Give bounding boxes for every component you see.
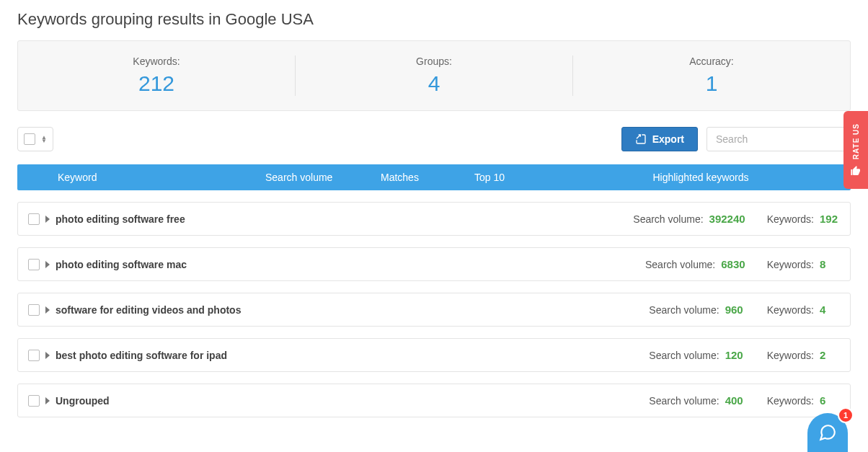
thumbs-up-icon — [850, 165, 862, 177]
expand-icon[interactable] — [45, 352, 50, 359]
group-search-volume-label: Search volume: — [649, 350, 719, 361]
group-row[interactable]: photo editing software freeSearch volume… — [17, 202, 851, 236]
group-search-volume-value: 392240 — [709, 213, 745, 225]
summary-accuracy: Accuracy: 1 — [573, 56, 850, 96]
export-icon — [635, 133, 647, 145]
chat-icon — [818, 423, 837, 442]
group-keywords-value: 6 — [820, 394, 840, 407]
group-checkbox[interactable] — [28, 395, 40, 407]
group-search-volume-label: Search volume: — [645, 259, 715, 270]
summary-keywords: Keywords: 212 — [18, 56, 296, 96]
summary-accuracy-label: Accuracy: — [573, 56, 850, 67]
expand-icon[interactable] — [45, 261, 50, 268]
group-search-volume-value: 6830 — [721, 258, 745, 270]
group-keywords-value: 4 — [820, 303, 840, 316]
group-search-volume-value: 120 — [725, 349, 745, 361]
search-input[interactable] — [707, 127, 851, 151]
group-keywords-label: Keywords: — [767, 304, 814, 316]
group-checkbox[interactable] — [28, 350, 40, 361]
rate-us-tab[interactable]: RATE US — [843, 111, 868, 189]
expand-icon[interactable] — [45, 306, 50, 314]
select-all-control[interactable]: ▲▼ — [17, 127, 53, 151]
summary-groups: Groups: 4 — [296, 56, 573, 96]
group-name: Ungrouped — [56, 395, 110, 407]
column-header-top10[interactable]: Top 10 — [474, 172, 561, 183]
group-row[interactable]: photo editing software macSearch volume:… — [17, 247, 851, 281]
table-header: Keyword Search volume Matches Top 10 Hig… — [17, 164, 851, 190]
group-name: best photo editing software for ipad — [56, 350, 227, 361]
export-button-label: Export — [652, 133, 684, 145]
group-search-volume-value: 960 — [725, 303, 745, 316]
group-keywords-value: 8 — [820, 258, 840, 270]
group-name: software for editing videos and photos — [56, 304, 241, 316]
summary-keywords-label: Keywords: — [18, 56, 295, 67]
column-header-keyword[interactable]: Keyword — [27, 172, 265, 183]
group-search-volume-label: Search volume: — [633, 213, 703, 225]
actions-row: ▲▼ Export — [17, 127, 851, 151]
summary-panel: Keywords: 212 Groups: 4 Accuracy: 1 — [17, 40, 851, 111]
column-header-highlighted[interactable]: Highlighted keywords — [561, 172, 841, 183]
summary-accuracy-value: 1 — [573, 71, 850, 96]
group-search-volume-label: Search volume: — [649, 395, 719, 407]
select-all-checkbox[interactable] — [24, 133, 35, 145]
column-header-matches[interactable]: Matches — [381, 172, 474, 183]
summary-groups-label: Groups: — [296, 56, 572, 67]
chat-badge: 1 — [838, 407, 854, 423]
group-search-volume-label: Search volume: — [649, 304, 719, 316]
group-keywords-label: Keywords: — [767, 259, 814, 270]
expand-icon[interactable] — [45, 397, 50, 404]
export-button[interactable]: Export — [621, 127, 698, 151]
group-row[interactable]: best photo editing software for ipadSear… — [17, 338, 851, 372]
group-keywords-value: 192 — [820, 213, 840, 225]
group-keywords-label: Keywords: — [767, 213, 814, 225]
group-checkbox[interactable] — [28, 304, 40, 316]
group-keywords-value: 2 — [820, 349, 840, 361]
column-header-search-volume[interactable]: Search volume — [265, 172, 381, 183]
group-keywords-label: Keywords: — [767, 395, 814, 407]
group-checkbox[interactable] — [28, 213, 40, 225]
group-checkbox[interactable] — [28, 259, 40, 270]
group-row[interactable]: UngroupedSearch volume:400Keywords:6 — [17, 384, 851, 417]
group-name: photo editing software free — [56, 213, 185, 225]
rate-us-label: RATE US — [852, 123, 860, 159]
sort-arrows-icon[interactable]: ▲▼ — [41, 136, 47, 143]
group-row[interactable]: software for editing videos and photosSe… — [17, 293, 851, 327]
summary-groups-value: 4 — [296, 71, 572, 96]
expand-icon[interactable] — [45, 216, 50, 223]
page-title: Keywords grouping results in Google USA — [17, 0, 851, 40]
summary-keywords-value: 212 — [18, 71, 295, 96]
group-name: photo editing software mac — [56, 259, 187, 270]
group-keywords-label: Keywords: — [767, 350, 814, 361]
group-search-volume-value: 400 — [725, 394, 745, 407]
chat-button[interactable]: 1 — [807, 413, 848, 452]
